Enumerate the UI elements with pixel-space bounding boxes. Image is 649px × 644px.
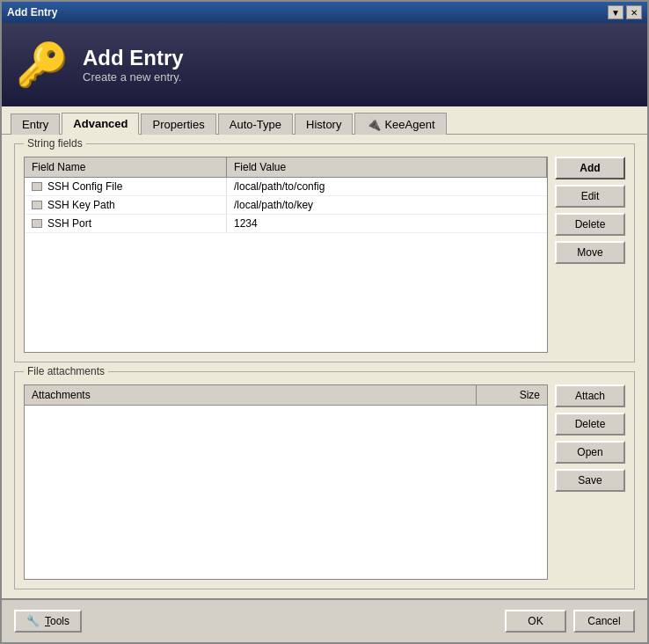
string-fields-group: String fields Field Name Field Value SSH… bbox=[14, 143, 635, 362]
dialog-header: 🔑 Add Entry Create a new entry. bbox=[2, 23, 647, 106]
row-field-value: /local/path/to/key bbox=[227, 196, 547, 214]
edit-field-button[interactable]: Edit bbox=[555, 185, 625, 208]
string-fields-table-body: SSH Config File /local/path/to/config SS… bbox=[25, 178, 547, 352]
save-attachment-button[interactable]: Save bbox=[555, 469, 625, 492]
string-fields-buttons: Add Edit Delete Move bbox=[555, 157, 625, 353]
string-fields-table: Field Name Field Value SSH Config File /… bbox=[24, 157, 548, 353]
string-fields-content: Field Name Field Value SSH Config File /… bbox=[24, 157, 625, 353]
tab-entry[interactable]: Entry bbox=[11, 113, 60, 135]
cancel-button[interactable]: Cancel bbox=[573, 610, 635, 633]
file-attachments-label: File attachments bbox=[24, 365, 108, 377]
row-field-value: /local/path/to/config bbox=[227, 178, 547, 195]
header-text-block: Add Entry Create a new entry. bbox=[83, 46, 184, 84]
footer: 🔧 Tools OK Cancel bbox=[2, 598, 647, 642]
tools-icon: 🔧 bbox=[26, 615, 40, 627]
row-field-name: SSH Config File bbox=[47, 180, 122, 193]
header-icon: 🔑 bbox=[16, 44, 69, 86]
dialog-title: Add Entry bbox=[83, 46, 184, 70]
move-field-button[interactable]: Move bbox=[555, 241, 625, 264]
minimize-button[interactable]: ▼ bbox=[608, 5, 623, 19]
window-controls: ▼ ✕ bbox=[608, 5, 642, 19]
open-attachment-button[interactable]: Open bbox=[555, 441, 625, 464]
field-value-header: Field Value bbox=[227, 157, 547, 177]
row-icon bbox=[32, 182, 42, 191]
attachments-size-header: Size bbox=[477, 385, 547, 405]
tab-auto-type[interactable]: Auto-Type bbox=[218, 113, 293, 135]
ok-button[interactable]: OK bbox=[505, 610, 566, 633]
dialog-subtitle: Create a new entry. bbox=[83, 70, 184, 84]
row-field-name: SSH Port bbox=[47, 217, 91, 230]
row-field-name: SSH Key Path bbox=[47, 199, 115, 211]
footer-left: 🔧 Tools bbox=[14, 610, 82, 633]
attachments-buttons: Attach Delete Open Save bbox=[555, 384, 625, 581]
attachments-table-header: Attachments Size bbox=[25, 385, 547, 406]
delete-attachment-button[interactable]: Delete bbox=[555, 413, 625, 435]
attachments-table: Attachments Size bbox=[24, 384, 548, 581]
main-window: Add Entry ▼ ✕ 🔑 Add Entry Create a new e… bbox=[0, 0, 649, 644]
table-row[interactable]: SSH Key Path /local/path/to/key bbox=[25, 196, 547, 215]
table-row[interactable]: SSH Port 1234 bbox=[25, 215, 547, 233]
tab-properties[interactable]: Properties bbox=[141, 113, 215, 135]
delete-field-button[interactable]: Delete bbox=[555, 213, 625, 236]
add-field-button[interactable]: Add bbox=[555, 157, 625, 179]
attachments-table-body bbox=[25, 406, 547, 580]
file-attachments-group: File attachments Attachments Size Attach bbox=[14, 371, 635, 590]
string-fields-label: String fields bbox=[24, 137, 86, 150]
attach-button[interactable]: Attach bbox=[555, 384, 625, 407]
string-fields-table-header: Field Name Field Value bbox=[25, 157, 547, 178]
tab-keeagent[interactable]: 🔌 KeeAgent bbox=[354, 113, 446, 135]
tab-advanced[interactable]: Advanced bbox=[62, 113, 139, 135]
title-bar: Add Entry ▼ ✕ bbox=[2, 2, 647, 23]
row-field-value: 1234 bbox=[227, 215, 547, 232]
field-name-header: Field Name bbox=[25, 157, 227, 177]
close-button[interactable]: ✕ bbox=[626, 5, 642, 19]
attachments-name-header: Attachments bbox=[25, 385, 477, 405]
table-row[interactable]: SSH Config File /local/path/to/config bbox=[25, 178, 547, 196]
content-area: String fields Field Name Field Value SSH… bbox=[2, 135, 647, 598]
row-icon bbox=[32, 219, 42, 228]
keeagent-icon: 🔌 bbox=[366, 117, 381, 131]
tools-button[interactable]: 🔧 Tools bbox=[14, 610, 82, 633]
tab-history[interactable]: History bbox=[295, 113, 353, 135]
tabs-bar: Entry Advanced Properties Auto-Type Hist… bbox=[2, 106, 647, 135]
footer-right: OK Cancel bbox=[505, 610, 635, 633]
tools-label: Tools bbox=[45, 615, 69, 627]
window-title: Add Entry bbox=[7, 6, 57, 18]
file-attachments-content: Attachments Size Attach Delete Open bbox=[24, 384, 625, 581]
row-icon bbox=[32, 201, 42, 209]
